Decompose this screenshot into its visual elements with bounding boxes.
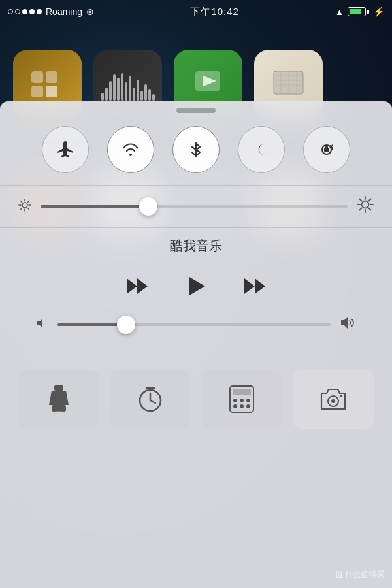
do-not-disturb-toggle[interactable]: [238, 126, 285, 173]
svg-point-57: [246, 404, 250, 408]
svg-rect-1: [46, 71, 57, 83]
moon-icon: [251, 139, 272, 160]
rotation-lock-icon: [316, 139, 337, 160]
brightness-slider-fill: [41, 205, 148, 208]
navigation-arrow-icon: ▲: [335, 7, 344, 17]
svg-line-24: [28, 201, 29, 203]
volume-slider-track[interactable]: [57, 323, 331, 326]
svg-point-26: [362, 201, 369, 208]
wifi-status-icon: ⊜: [86, 7, 94, 17]
signal-dots: [8, 9, 42, 14]
timer-button[interactable]: [110, 370, 191, 429]
brightness-high-icon: [357, 196, 374, 217]
svg-rect-3: [46, 86, 57, 97]
battery-tip: [367, 10, 369, 14]
svg-marker-40: [37, 319, 42, 328]
airplane-mode-toggle[interactable]: [42, 126, 89, 173]
wifi-icon: [120, 139, 141, 160]
volume-slider-fill: [57, 323, 126, 326]
svg-point-53: [240, 399, 244, 402]
play-button[interactable]: [184, 274, 208, 298]
svg-rect-6: [274, 71, 303, 94]
calculator-button[interactable]: [201, 370, 282, 429]
pull-handle[interactable]: [176, 108, 216, 113]
rotation-lock-toggle[interactable]: [303, 126, 350, 173]
svg-line-33: [369, 199, 371, 201]
signal-dot-1: [8, 9, 13, 14]
wifi-toggle[interactable]: [107, 126, 154, 173]
watermark-text: 值 什么值得买: [335, 570, 384, 579]
tools-section: [0, 359, 392, 442]
airplane-icon: [55, 139, 76, 160]
rewind-button[interactable]: [123, 276, 152, 297]
brightness-slider-track[interactable]: [41, 205, 348, 208]
svg-rect-42: [54, 385, 63, 391]
svg-rect-0: [31, 71, 43, 83]
battery-body: [348, 7, 366, 16]
camera-button[interactable]: [293, 370, 374, 429]
bolt-icon: ⚡: [373, 7, 384, 17]
svg-marker-41: [341, 317, 348, 329]
svg-line-34: [360, 208, 362, 210]
svg-point-17: [22, 203, 27, 208]
battery-indicator: [348, 7, 369, 16]
carrier-label: Roaming: [46, 7, 82, 17]
status-left: Roaming ⊜: [8, 7, 94, 17]
svg-point-54: [246, 399, 250, 402]
svg-rect-51: [233, 389, 251, 395]
svg-rect-16: [324, 148, 329, 152]
svg-marker-38: [244, 278, 255, 294]
control-center: 酷我音乐: [0, 101, 392, 588]
brightness-slider-thumb[interactable]: [139, 197, 157, 216]
brightness-section: [0, 186, 392, 227]
watermark: 值 什么值得买: [335, 569, 384, 580]
time-display: 下午10:42: [190, 6, 239, 18]
volume-low-icon: [37, 318, 48, 331]
svg-point-55: [233, 404, 237, 408]
svg-line-31: [360, 199, 362, 201]
svg-marker-39: [255, 278, 265, 294]
music-title: 酷我音乐: [18, 237, 374, 255]
flashlight-button[interactable]: [18, 370, 99, 429]
volume-section: [18, 311, 374, 344]
brightness-low-icon: [18, 199, 31, 214]
signal-dot-3: [22, 9, 27, 14]
svg-marker-35: [127, 278, 137, 294]
battery-fill: [350, 9, 361, 14]
svg-marker-36: [137, 278, 148, 294]
status-right: ▲ ⚡: [335, 7, 384, 17]
bluetooth-icon: [186, 139, 206, 160]
music-controls: [18, 274, 374, 298]
svg-line-23: [28, 208, 29, 210]
svg-line-47: [150, 400, 155, 403]
fast-forward-button[interactable]: [240, 276, 269, 297]
signal-dot-5: [37, 9, 42, 14]
toggles-row: [0, 123, 392, 185]
svg-rect-2: [31, 86, 43, 97]
signal-dot-4: [29, 9, 35, 14]
volume-high-icon: [340, 315, 355, 334]
svg-point-59: [331, 399, 335, 403]
svg-line-22: [21, 201, 22, 203]
volume-slider-thumb[interactable]: [117, 316, 135, 334]
status-bar: Roaming ⊜ 下午10:42 ▲ ⚡: [0, 0, 392, 24]
svg-point-60: [340, 395, 342, 397]
svg-point-56: [240, 404, 244, 408]
music-section: 酷我音乐: [0, 228, 392, 359]
svg-line-32: [369, 208, 371, 210]
svg-point-52: [233, 399, 237, 402]
svg-marker-37: [189, 277, 205, 295]
svg-line-25: [21, 208, 22, 210]
signal-dot-2: [15, 9, 20, 14]
svg-rect-43: [52, 405, 66, 412]
bluetooth-toggle[interactable]: [172, 126, 220, 173]
